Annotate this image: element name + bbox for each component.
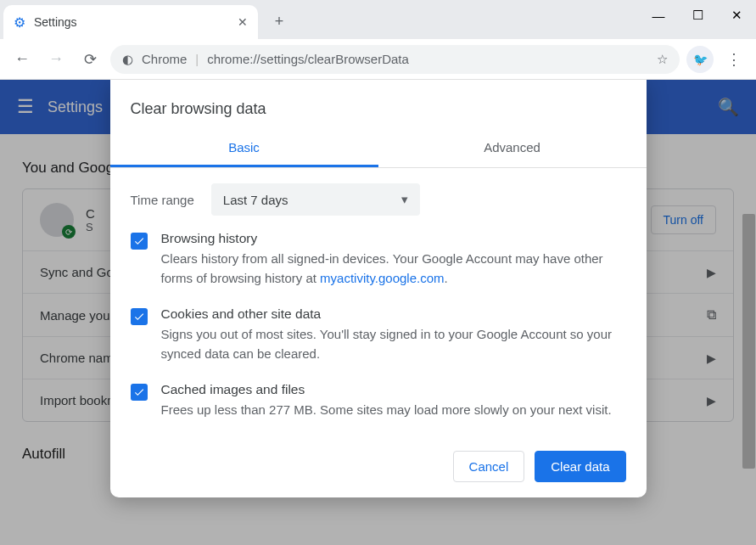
check-icon: [133, 386, 145, 398]
chrome-icon: ◐: [122, 52, 133, 67]
dialog-body: Time range Last 7 days ▾ Browsing histor…: [110, 168, 647, 444]
minimize-button[interactable]: ―: [639, 0, 678, 31]
option-cookies: Cookies and other site data Signs you ou…: [131, 306, 626, 363]
titlebar: ⚙ Settings ✕ + ― ☐ ✕: [0, 0, 756, 39]
option-browsing-history: Browsing history Clears history from all…: [131, 231, 626, 288]
star-icon[interactable]: ☆: [657, 52, 668, 67]
option-title: Cookies and other site data: [161, 306, 626, 322]
dialog-tabs: Basic Advanced: [110, 130, 647, 168]
check-icon: [133, 235, 145, 247]
omnibox[interactable]: ◐ Chrome | chrome://settings/clearBrowse…: [110, 45, 680, 74]
close-tab-icon[interactable]: ✕: [238, 15, 248, 29]
close-window-button[interactable]: ✕: [717, 0, 756, 31]
option-desc: Frees up less than 277 MB. Some sites ma…: [161, 401, 612, 420]
option-title: Browsing history: [161, 231, 626, 246]
clear-browsing-data-dialog: Clear browsing data Basic Advanced Time …: [110, 80, 647, 497]
time-range-row: Time range Last 7 days ▾: [131, 183, 626, 216]
page: ☰ Settings 🔍 You and Google ⟳ C S Turn o…: [0, 80, 756, 545]
checkbox-cached[interactable]: [131, 384, 148, 401]
checkbox-browsing-history[interactable]: [131, 233, 148, 250]
new-tab-button[interactable]: +: [266, 8, 292, 34]
tab-title: Settings: [34, 15, 229, 29]
cancel-button[interactable]: Cancel: [453, 451, 525, 482]
option-desc: Clears history from all signed-in device…: [161, 250, 626, 288]
check-icon: [133, 311, 145, 323]
tab-basic[interactable]: Basic: [110, 130, 378, 167]
tab-advanced[interactable]: Advanced: [378, 130, 647, 167]
clear-data-button[interactable]: Clear data: [535, 451, 625, 482]
omnibox-prefix: Chrome: [142, 52, 187, 66]
time-range-label: Time range: [131, 193, 194, 207]
chevron-down-icon: ▾: [401, 192, 408, 207]
forward-button[interactable]: →: [42, 46, 70, 73]
omnibox-separator: |: [195, 52, 199, 66]
option-title: Cached images and files: [161, 382, 612, 397]
gear-icon: ⚙: [14, 14, 25, 31]
browser-tab[interactable]: ⚙ Settings ✕: [3, 5, 258, 39]
dialog-actions: Cancel Clear data: [110, 444, 647, 486]
browser-toolbar: ← → ⟳ ◐ Chrome | chrome://settings/clear…: [0, 39, 756, 80]
omnibox-url: chrome://settings/clearBrowserData: [207, 52, 409, 66]
option-cached: Cached images and files Frees up less th…: [131, 382, 626, 420]
back-button[interactable]: ←: [8, 46, 36, 73]
dialog-title: Clear browsing data: [110, 80, 647, 130]
myactivity-link[interactable]: myactivity.google.com: [320, 271, 444, 285]
reload-button[interactable]: ⟳: [76, 46, 104, 73]
window-controls: ― ☐ ✕: [639, 0, 756, 31]
menu-button[interactable]: ⋮: [720, 46, 748, 73]
maximize-button[interactable]: ☐: [678, 0, 717, 31]
option-desc: Signs you out of most sites. You'll stay…: [161, 325, 626, 363]
extension-icon[interactable]: 🐦: [686, 46, 714, 73]
time-range-select[interactable]: Last 7 days ▾: [211, 183, 420, 216]
time-range-value: Last 7 days: [223, 193, 288, 207]
checkbox-cookies[interactable]: [131, 308, 148, 325]
